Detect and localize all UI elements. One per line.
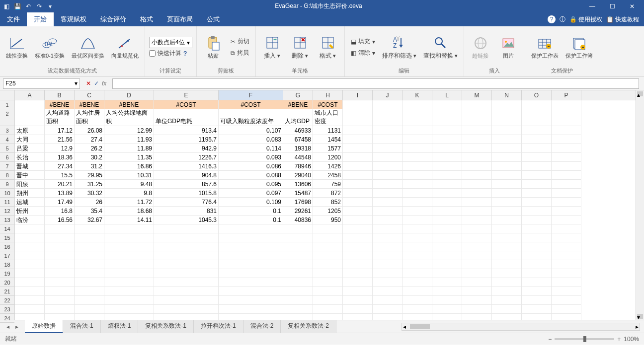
cell[interactable] (432, 144, 462, 153)
cells-area[interactable]: #BENE#BENE#BENE#COST#COST#BENE#COST人均道路面… (15, 100, 636, 320)
cell[interactable] (522, 242, 552, 251)
cell[interactable] (492, 162, 522, 171)
cell[interactable] (45, 260, 75, 269)
cell[interactable]: 30.2 (75, 153, 104, 162)
cell[interactable] (283, 251, 313, 260)
cell[interactable] (492, 207, 522, 216)
undo-icon[interactable]: ↶ (24, 3, 33, 10)
cell[interactable] (402, 171, 432, 180)
cell[interactable] (522, 233, 552, 242)
cell[interactable] (373, 180, 402, 189)
cell[interactable] (462, 198, 492, 207)
cell[interactable] (104, 260, 154, 269)
sheet-tab-0[interactable]: 原始数据 (25, 320, 63, 333)
cell[interactable] (552, 242, 581, 251)
cell[interactable]: 31.25 (75, 180, 104, 189)
cell[interactable] (432, 242, 462, 251)
sheet-tab-3[interactable]: 复相关系数法-1 (138, 320, 194, 333)
cell[interactable] (104, 287, 154, 296)
cell[interactable] (154, 296, 219, 305)
cell[interactable] (15, 287, 45, 296)
cell[interactable]: 阳泉 (15, 180, 45, 189)
cell[interactable] (75, 233, 104, 242)
cell[interactable] (313, 305, 343, 314)
cell[interactable] (343, 305, 373, 314)
cell[interactable] (373, 251, 402, 260)
cell[interactable]: 26 (75, 198, 104, 207)
cell[interactable] (522, 224, 552, 233)
cell[interactable] (15, 278, 45, 287)
cell[interactable] (75, 305, 104, 314)
cell[interactable] (283, 287, 313, 296)
cell[interactable] (462, 180, 492, 189)
picture-button[interactable]: 图片 (496, 34, 521, 61)
cell[interactable]: 12.99 (104, 126, 154, 135)
cell[interactable]: 人均住房面积 (75, 109, 104, 126)
cell[interactable] (462, 233, 492, 242)
protect-sheet-button[interactable]: 保护工作表 (529, 34, 561, 61)
cell[interactable] (343, 260, 373, 269)
cell[interactable]: 29.95 (75, 171, 104, 180)
formula-input[interactable] (112, 78, 639, 89)
cell[interactable] (343, 135, 373, 144)
cell[interactable]: 忻州 (15, 207, 45, 216)
quick-calc-checkbox[interactable]: 快速计算 ? (149, 49, 192, 58)
col-header-B[interactable]: B (45, 90, 75, 100)
row-header-7[interactable]: 7 (0, 162, 14, 171)
cell[interactable] (313, 233, 343, 242)
col-header-J[interactable]: J (373, 90, 402, 100)
cell[interactable] (219, 278, 283, 287)
cell[interactable] (522, 296, 552, 305)
select-all-corner[interactable] (0, 90, 15, 100)
cell[interactable]: 朔州 (15, 189, 45, 198)
col-header-N[interactable]: N (492, 90, 522, 100)
cell[interactable] (45, 314, 75, 320)
cell[interactable]: 1226.7 (154, 153, 219, 162)
cell[interactable]: 长治 (15, 153, 45, 162)
cell[interactable] (75, 224, 104, 233)
cell[interactable] (432, 287, 462, 296)
cell[interactable] (104, 269, 154, 278)
cell[interactable]: 1426 (313, 162, 343, 171)
cell[interactable] (522, 180, 552, 189)
cell[interactable] (522, 269, 552, 278)
cell[interactable] (462, 126, 492, 135)
cell[interactable] (552, 126, 581, 135)
sheet-tab-6[interactable]: 复相关系数法-2 (281, 320, 336, 333)
cell[interactable]: 0.095 (219, 180, 283, 189)
optimal-interval-button[interactable]: 最优区间变换 (70, 34, 106, 61)
cell[interactable] (343, 296, 373, 305)
cell[interactable] (104, 296, 154, 305)
cell[interactable] (492, 216, 522, 224)
cell[interactable]: 67458 (283, 135, 313, 144)
col-header-E[interactable]: E (154, 90, 219, 100)
cell[interactable]: 27.4 (75, 135, 104, 144)
cell[interactable] (402, 305, 432, 314)
cell[interactable] (373, 189, 402, 198)
cell[interactable] (45, 269, 75, 278)
horizontal-scrollbar[interactable]: ◂▸ (402, 323, 640, 331)
info-icon[interactable]: ⓘ (560, 15, 565, 24)
cell[interactable] (402, 126, 432, 135)
cell[interactable] (373, 198, 402, 207)
cell[interactable] (552, 305, 581, 314)
cell[interactable]: 吕梁 (15, 144, 45, 153)
cell[interactable] (552, 198, 581, 207)
cell[interactable] (492, 189, 522, 198)
cell[interactable] (522, 189, 552, 198)
cell[interactable] (373, 314, 402, 320)
cell[interactable]: 13606 (283, 180, 313, 189)
cell[interactable] (402, 100, 432, 109)
cell[interactable] (552, 314, 581, 320)
cell[interactable]: 14.11 (104, 216, 154, 224)
cell[interactable] (283, 260, 313, 269)
cell[interactable]: 运城 (15, 198, 45, 207)
cell[interactable] (462, 153, 492, 162)
qat-app-icon[interactable]: ◧ (2, 3, 11, 10)
cell[interactable]: 31.2 (75, 162, 104, 171)
cell[interactable] (522, 207, 552, 216)
cell[interactable]: 46933 (283, 126, 313, 135)
cell[interactable]: #BENE (283, 100, 313, 109)
cell[interactable] (492, 296, 522, 305)
cell[interactable] (492, 198, 522, 207)
